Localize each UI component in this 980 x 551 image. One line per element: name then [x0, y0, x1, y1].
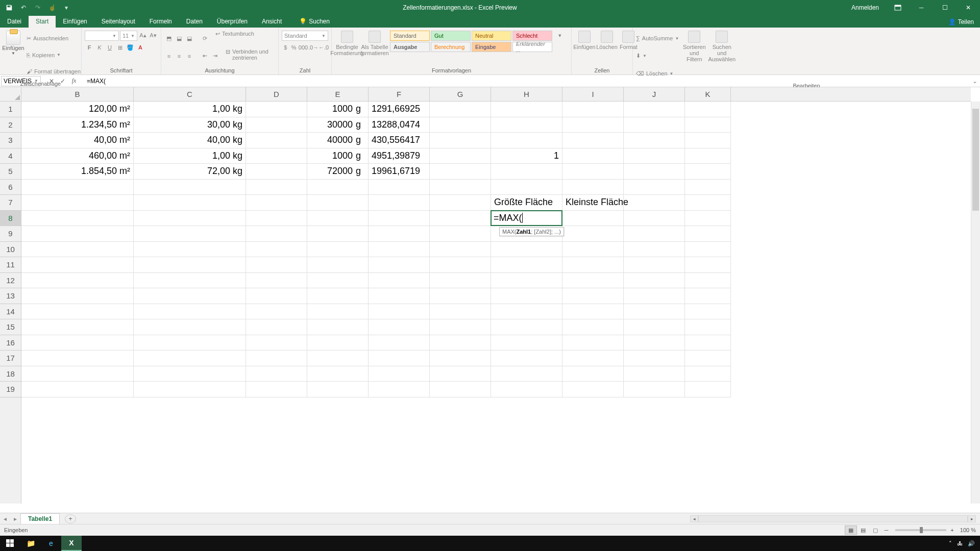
cell[interactable]: [307, 257, 369, 273]
cell[interactable]: [369, 288, 430, 304]
row-header-14[interactable]: 14: [0, 304, 21, 320]
cell[interactable]: [134, 319, 246, 335]
row-header-10[interactable]: 10: [0, 242, 21, 258]
tell-me[interactable]: 💡Suchen: [292, 16, 337, 28]
cell[interactable]: [430, 195, 491, 211]
align-right-icon[interactable]: ≡: [185, 52, 194, 61]
active-cell-editor[interactable]: =MAX(: [491, 210, 562, 226]
cell[interactable]: [430, 304, 491, 320]
cell[interactable]: [246, 242, 307, 258]
tab-review[interactable]: Überprüfen: [210, 16, 255, 28]
style-berechnung[interactable]: Berechnung: [431, 42, 471, 52]
col-header-D[interactable]: D: [246, 87, 307, 101]
cell[interactable]: [369, 257, 430, 273]
cell-styles-gallery[interactable]: Standard Gut Neutral Schlecht Ausgabe Be…: [390, 31, 552, 52]
cell[interactable]: [21, 319, 134, 335]
cell[interactable]: [685, 180, 731, 195]
cell[interactable]: [21, 273, 134, 289]
cell[interactable]: [685, 242, 731, 258]
style-ausgabe[interactable]: Ausgabe: [390, 42, 430, 52]
cell[interactable]: [246, 382, 307, 397]
sheet-nav-prev-icon[interactable]: ◂: [0, 515, 10, 522]
cell[interactable]: [562, 226, 624, 242]
cell[interactable]: [562, 117, 624, 133]
tab-data[interactable]: Daten: [179, 16, 210, 28]
row-header-9[interactable]: 9: [0, 226, 21, 242]
cell[interactable]: [430, 319, 491, 335]
cell[interactable]: [624, 319, 685, 335]
cell[interactable]: [307, 366, 369, 382]
font-name-combo[interactable]: ▼: [85, 31, 119, 41]
cell[interactable]: [685, 304, 731, 320]
cell[interactable]: [562, 242, 624, 258]
cell[interactable]: [134, 382, 246, 397]
cell[interactable]: [21, 195, 134, 211]
font-color-button[interactable]: A: [136, 43, 145, 52]
cell[interactable]: [246, 335, 307, 351]
cell[interactable]: 30,00 kg: [134, 117, 246, 133]
cell[interactable]: [134, 242, 246, 258]
align-left-icon[interactable]: ≡: [164, 52, 174, 61]
cell[interactable]: [685, 319, 731, 335]
cell[interactable]: Kleinste Fläche: [562, 195, 624, 211]
share-button[interactable]: 👤Teilen: [942, 16, 980, 28]
cut-button[interactable]: ✂Ausschneiden: [27, 31, 81, 46]
cell[interactable]: [369, 366, 430, 382]
cell[interactable]: [562, 366, 624, 382]
cell[interactable]: [430, 102, 491, 117]
redo-icon[interactable]: ↷: [31, 2, 45, 13]
cell[interactable]: [491, 288, 562, 304]
cell[interactable]: [21, 288, 134, 304]
cell[interactable]: [134, 180, 246, 195]
row-header-19[interactable]: 19: [0, 382, 21, 397]
cell[interactable]: [562, 148, 624, 164]
cell[interactable]: [246, 164, 307, 180]
cell[interactable]: [562, 288, 624, 304]
cell[interactable]: [307, 288, 369, 304]
cell[interactable]: [430, 350, 491, 366]
row-header-18[interactable]: 18: [0, 366, 21, 382]
cell[interactable]: [21, 335, 134, 351]
row-header-13[interactable]: 13: [0, 288, 21, 304]
format-table-button[interactable]: Als Tabelle formatieren: [362, 31, 387, 56]
cell[interactable]: [491, 319, 562, 335]
grow-font-icon[interactable]: A▴: [138, 31, 148, 40]
add-sheet-button[interactable]: +: [65, 514, 76, 523]
inc-decimal-icon[interactable]: .0→: [309, 43, 318, 52]
cell[interactable]: 1,00 kg: [134, 148, 246, 164]
cell[interactable]: [624, 117, 685, 133]
cell[interactable]: 4951,39879: [369, 148, 430, 164]
cell[interactable]: [369, 304, 430, 320]
cell[interactable]: [685, 195, 731, 211]
cell[interactable]: [246, 257, 307, 273]
shrink-font-icon[interactable]: A▾: [149, 31, 158, 40]
select-all-corner[interactable]: [0, 87, 21, 102]
col-header-B[interactable]: B: [21, 87, 134, 101]
tab-formulas[interactable]: Formeln: [142, 16, 179, 28]
col-header-F[interactable]: F: [369, 87, 430, 101]
cell[interactable]: [369, 350, 430, 366]
cell[interactable]: [624, 195, 685, 211]
cell[interactable]: [307, 211, 369, 227]
row-header-12[interactable]: 12: [0, 273, 21, 289]
style-gut[interactable]: Gut: [431, 31, 471, 41]
maximize-button[interactable]: ☐: [933, 0, 957, 15]
cell[interactable]: [430, 273, 491, 289]
cell[interactable]: 1291,66925: [369, 102, 430, 117]
cell[interactable]: 72000g: [307, 164, 369, 180]
cell[interactable]: [307, 319, 369, 335]
cell[interactable]: [307, 180, 369, 195]
col-header-H[interactable]: H: [491, 87, 562, 101]
cell[interactable]: [685, 226, 731, 242]
cell[interactable]: [430, 335, 491, 351]
cell[interactable]: [307, 304, 369, 320]
cell[interactable]: [624, 273, 685, 289]
start-button[interactable]: [0, 536, 20, 551]
row-header-8[interactable]: 8: [0, 211, 21, 227]
cell[interactable]: [246, 226, 307, 242]
cell[interactable]: [246, 117, 307, 133]
cell[interactable]: [624, 366, 685, 382]
italic-button[interactable]: K: [95, 43, 104, 52]
cell[interactable]: [562, 304, 624, 320]
cell[interactable]: [685, 273, 731, 289]
